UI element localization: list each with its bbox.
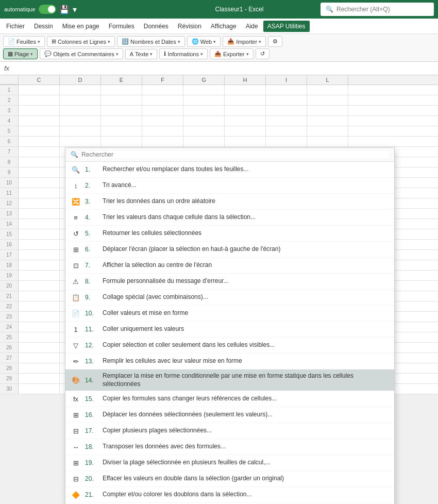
cell[interactable] xyxy=(266,85,307,95)
dropdown-item[interactable]: 🎨14.Remplacer la mise en forme condition… xyxy=(65,369,394,391)
ribbon-feuilles[interactable]: 📄 Feuilles ▾ xyxy=(3,36,45,47)
ribbon-objets-commentaires[interactable]: 💬 Objets et Commentaires ▾ xyxy=(40,48,123,59)
dropdown-search-bar[interactable]: 🔍 xyxy=(65,148,394,162)
menu-item-affichage[interactable]: Affichage xyxy=(207,21,241,32)
search-input[interactable] xyxy=(336,6,429,13)
ribbon-nombres-dates[interactable]: 🔢 Nombres et Dates ▾ xyxy=(117,36,185,47)
dropdown-item[interactable]: fx15.Copier les formules sans changer le… xyxy=(65,391,394,407)
cell[interactable] xyxy=(19,312,60,322)
cell[interactable] xyxy=(60,116,101,126)
formula-input[interactable] xyxy=(13,65,434,72)
cell[interactable] xyxy=(19,281,60,291)
cell[interactable] xyxy=(60,95,101,105)
dropdown-item[interactable]: 111.Coller uniquement les valeurs xyxy=(65,322,394,338)
menu-item-formules[interactable]: Formules xyxy=(105,21,139,32)
cell[interactable] xyxy=(183,116,225,126)
cell[interactable] xyxy=(101,116,142,126)
cell[interactable] xyxy=(101,137,142,146)
cell[interactable] xyxy=(266,116,307,126)
cell[interactable] xyxy=(19,106,60,115)
menu-item-aide[interactable]: Aide xyxy=(242,21,262,32)
cell[interactable] xyxy=(101,95,142,105)
cell[interactable] xyxy=(19,137,60,146)
cell[interactable] xyxy=(266,106,307,115)
grid-row[interactable]: 3 xyxy=(0,106,438,116)
dropdown-search-input[interactable] xyxy=(81,151,389,158)
dropdown-item[interactable]: ⊞19.Diviser la plage sélectionnée en plu… xyxy=(65,455,394,471)
dropdown-item[interactable]: ⊞6.Déplacer l'écran (placer la sélection… xyxy=(65,242,394,258)
cell[interactable] xyxy=(307,85,348,95)
cell[interactable] xyxy=(225,95,266,105)
cell[interactable] xyxy=(183,95,225,105)
cell[interactable] xyxy=(60,137,101,146)
cell[interactable] xyxy=(19,332,60,342)
cell[interactable] xyxy=(19,198,60,208)
cell[interactable] xyxy=(19,271,60,280)
cell[interactable] xyxy=(19,250,60,260)
grid-row[interactable]: 2 xyxy=(0,95,438,106)
cell[interactable] xyxy=(60,126,101,136)
menu-item-revision[interactable]: Révision xyxy=(174,21,206,32)
cell[interactable] xyxy=(101,126,142,136)
dropdown-item[interactable]: 📋9.Collage spécial (avec combinaisons)..… xyxy=(65,290,394,306)
cell[interactable] xyxy=(19,85,60,95)
cell[interactable] xyxy=(19,178,60,188)
cell[interactable] xyxy=(307,95,348,105)
cell[interactable] xyxy=(225,137,266,146)
dropdown-menu[interactable]: 🔍 🔍1.Rechercher et/ou remplacer dans tou… xyxy=(65,147,395,504)
cell[interactable] xyxy=(225,106,266,115)
cell[interactable] xyxy=(19,240,60,249)
cell[interactable] xyxy=(19,291,60,301)
grid-row[interactable]: 6 xyxy=(0,137,438,147)
cell[interactable] xyxy=(19,167,60,177)
cell[interactable] xyxy=(19,95,60,105)
dropdown-arrow-icon[interactable]: ▾ xyxy=(73,5,77,14)
dropdown-item[interactable]: 📄10.Coller valeurs et mise en forme xyxy=(65,306,394,322)
search-box[interactable]: 🔍 xyxy=(321,3,434,16)
cell[interactable] xyxy=(266,95,307,105)
cell[interactable] xyxy=(307,126,348,136)
cell[interactable] xyxy=(225,126,266,136)
dropdown-item[interactable]: 🔍1.Rechercher et/ou remplacer dans toute… xyxy=(65,162,394,178)
ribbon-exporter[interactable]: 📤 Exporter ▾ xyxy=(210,48,254,59)
cell[interactable] xyxy=(225,116,266,126)
cell[interactable] xyxy=(142,126,183,136)
grid-row[interactable]: 4 xyxy=(0,116,438,126)
ribbon-informations[interactable]: ℹ Informations ▾ xyxy=(159,48,208,59)
cell[interactable] xyxy=(142,116,183,126)
dropdown-item[interactable]: ⊡7.Afficher la sélection au centre de l'… xyxy=(65,258,394,274)
cell[interactable] xyxy=(19,322,60,332)
cell[interactable] xyxy=(19,301,60,311)
ribbon-colonnes-lignes[interactable]: ⊞ Colonnes et Lignes ▾ xyxy=(47,36,115,47)
grid-row[interactable]: 1 xyxy=(0,85,438,95)
dropdown-item[interactable]: ↺5.Retourner les cellules sélectionnées xyxy=(65,226,394,242)
dropdown-item[interactable]: ↕2.Tri avancé... xyxy=(65,178,394,194)
cell[interactable] xyxy=(19,343,60,352)
menu-item-dessin[interactable]: Dessin xyxy=(30,21,57,32)
dropdown-item[interactable]: ↔18.Transposer les données avec des form… xyxy=(65,439,394,455)
cell[interactable] xyxy=(142,106,183,115)
cell[interactable] xyxy=(19,126,60,136)
cell[interactable] xyxy=(142,95,183,105)
cell[interactable] xyxy=(142,85,183,95)
dropdown-item[interactable]: ⊞16.Déplacer les données sélectionnées (… xyxy=(65,407,394,423)
cell[interactable] xyxy=(19,157,60,167)
menu-item-mise-en-page[interactable]: Mise en page xyxy=(58,21,104,32)
cell[interactable] xyxy=(19,384,60,394)
cell[interactable] xyxy=(307,137,348,146)
cell[interactable] xyxy=(225,85,266,95)
cell[interactable] xyxy=(183,137,225,146)
dropdown-item[interactable]: ≡4.Trier les valeurs dans chaque cellule… xyxy=(65,210,394,226)
dropdown-item[interactable]: ⊟17.Copier plusieurs plages sélectionnée… xyxy=(65,423,394,439)
cell[interactable] xyxy=(60,85,101,95)
dropdown-item[interactable]: ⚠8.Formule personnalisée du message d'er… xyxy=(65,274,394,290)
ribbon-web[interactable]: 🌐 Web ▾ xyxy=(187,36,221,47)
cell[interactable] xyxy=(266,137,307,146)
cell[interactable] xyxy=(19,363,60,373)
cell[interactable] xyxy=(19,229,60,239)
cell[interactable] xyxy=(19,374,60,383)
cell[interactable] xyxy=(183,106,225,115)
cell[interactable] xyxy=(307,116,348,126)
ribbon-r[interactable]: ↺ xyxy=(256,48,269,59)
cell[interactable] xyxy=(183,85,225,95)
